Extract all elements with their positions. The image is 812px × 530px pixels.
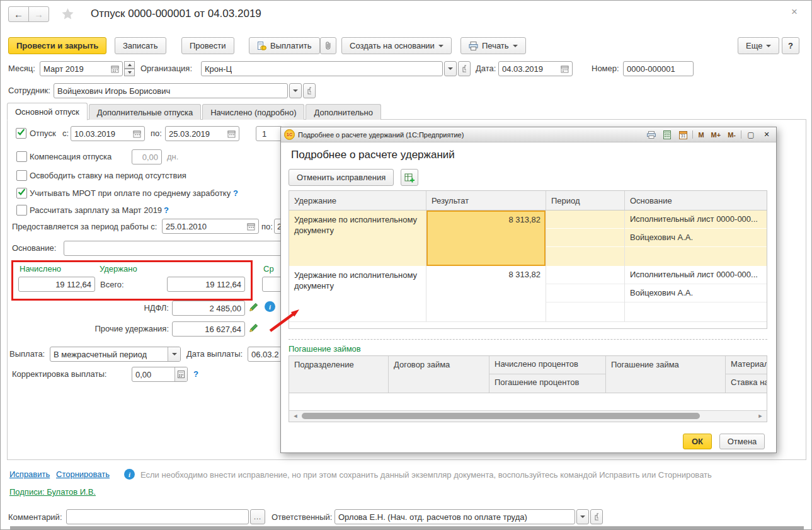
organization-field[interactable]: Крон-Ц bbox=[201, 61, 443, 76]
post-button[interactable]: Провести bbox=[181, 37, 234, 54]
calendar-icon[interactable] bbox=[245, 222, 255, 231]
calculator-icon[interactable] bbox=[174, 367, 187, 381]
reverse-link[interactable]: Сторнировать bbox=[56, 470, 110, 479]
print-preview-icon[interactable] bbox=[645, 129, 658, 140]
column-header-interest-accrued[interactable]: Начислено процентов bbox=[489, 356, 605, 374]
window-close-icon[interactable]: × bbox=[791, 6, 798, 18]
fix-link[interactable]: Исправить bbox=[9, 470, 50, 479]
attachments-button[interactable] bbox=[320, 37, 336, 54]
organization-dropdown-button[interactable] bbox=[444, 61, 457, 76]
cell-result[interactable]: 8 313,82 bbox=[426, 266, 546, 321]
column-header-deduction[interactable]: Удержание bbox=[289, 191, 426, 210]
vacation-from-field[interactable]: 10.03.2019 bbox=[71, 126, 145, 141]
column-header-loan-contract[interactable]: Договор займа bbox=[389, 356, 489, 393]
adjustment-help-icon[interactable]: ? bbox=[193, 369, 198, 379]
create-on-basis-button[interactable]: Создать на основании bbox=[341, 37, 452, 54]
column-header-material-benefit[interactable]: Материал bbox=[726, 356, 767, 374]
help-button[interactable]: ? bbox=[782, 37, 799, 54]
more-button[interactable]: Еще bbox=[738, 37, 779, 54]
tab-accrued-detail[interactable]: Начислено (подробно) bbox=[202, 104, 304, 120]
column-header-material[interactable]: Материал Ставка на bbox=[726, 356, 767, 393]
column-header-interest-repaid[interactable]: Погашение процентов bbox=[489, 374, 605, 393]
cancel-button[interactable]: Отмена bbox=[719, 434, 765, 449]
employee-dropdown-button[interactable] bbox=[289, 83, 302, 98]
dialog-close-icon[interactable]: ✕ bbox=[760, 129, 773, 140]
maximize-icon[interactable]: ▢ bbox=[745, 129, 757, 140]
column-header-result[interactable]: Результат bbox=[426, 191, 546, 210]
loans-table-body-empty[interactable] bbox=[289, 393, 767, 410]
calculator-icon[interactable] bbox=[661, 129, 673, 140]
comment-more-button[interactable]: ... bbox=[250, 509, 265, 524]
forward-button[interactable]: → bbox=[28, 6, 49, 22]
number-field[interactable]: 0000-000001 bbox=[623, 61, 694, 76]
scrollbar-thumb[interactable] bbox=[302, 413, 700, 419]
mrot-help-icon[interactable]: ? bbox=[233, 188, 238, 198]
cell-deduction[interactable]: Удержание по исполнительному документу bbox=[289, 266, 426, 321]
vacation-days-field[interactable]: 1 bbox=[256, 126, 282, 141]
favorite-star-icon[interactable] bbox=[61, 8, 74, 20]
undo-corrections-button[interactable]: Отменить исправления bbox=[289, 169, 394, 186]
column-header-loan-repayment[interactable]: Погашение займа bbox=[606, 356, 726, 393]
column-header-period[interactable]: Период bbox=[546, 191, 625, 210]
cell-basis[interactable]: Исполнительный лист 0000-000... Войцехов… bbox=[625, 266, 767, 321]
pay-button[interactable]: Выплатить bbox=[249, 37, 320, 54]
cell-period[interactable] bbox=[546, 266, 625, 321]
vacation-checkbox[interactable] bbox=[16, 128, 26, 139]
employee-field[interactable]: Войцехович Игорь Борисович bbox=[54, 83, 288, 98]
calendar-icon[interactable] bbox=[109, 65, 119, 73]
add-row-button[interactable] bbox=[401, 169, 418, 186]
memory-minus-button[interactable]: M- bbox=[726, 129, 738, 140]
column-header-basis[interactable]: Основание bbox=[625, 191, 767, 210]
step-down-icon[interactable] bbox=[124, 69, 135, 76]
responsible-field[interactable]: Орлова Е.Н. (Нач. отд. расчетов по оплат… bbox=[335, 509, 575, 524]
month-stepper[interactable] bbox=[124, 61, 135, 76]
print-button[interactable]: Печать bbox=[460, 37, 526, 54]
tab-main-vacation[interactable]: Основной отпуск bbox=[7, 103, 88, 120]
scroll-left-icon[interactable]: ◄ bbox=[290, 411, 300, 421]
horizontal-scrollbar[interactable]: ◄ ► bbox=[289, 410, 767, 422]
column-header-interest[interactable]: Начислено процентов Погашение процентов bbox=[489, 356, 606, 393]
vacation-to-field[interactable]: 25.03.2019 bbox=[165, 126, 239, 141]
calendar-31-icon[interactable]: 31 bbox=[677, 129, 689, 140]
cell-basis[interactable]: Исполнительный лист 0000-000... Войцехов… bbox=[625, 210, 767, 266]
recalc-help-icon[interactable]: ? bbox=[164, 205, 169, 215]
tab-additional-vacations[interactable]: Дополнительные отпуска bbox=[89, 104, 202, 120]
responsible-open-button[interactable] bbox=[590, 509, 603, 524]
step-up-icon[interactable] bbox=[124, 61, 135, 69]
payment-combo-field[interactable]: В межрасчетный период bbox=[50, 347, 181, 362]
write-button[interactable]: Записать bbox=[115, 37, 166, 54]
calendar-icon[interactable] bbox=[226, 130, 236, 138]
compensation-days-field[interactable]: 0,00 bbox=[132, 149, 162, 164]
back-button[interactable]: ← bbox=[8, 6, 29, 22]
other-deductions-edit-pencil-icon[interactable] bbox=[249, 323, 259, 333]
compensation-checkbox[interactable] bbox=[16, 151, 27, 162]
comment-field[interactable] bbox=[66, 509, 249, 524]
calendar-icon[interactable] bbox=[559, 65, 569, 73]
scroll-right-icon[interactable]: ► bbox=[755, 411, 765, 421]
employee-open-button[interactable] bbox=[303, 83, 316, 98]
tab-additional[interactable]: Дополнительно bbox=[306, 104, 381, 120]
work-period-from-field[interactable]: 25.01.2010 bbox=[162, 219, 259, 234]
ndfl-edit-pencil-icon[interactable] bbox=[249, 302, 259, 312]
column-header-tax-rate[interactable]: Ставка на bbox=[726, 374, 767, 393]
payment-dropdown-button[interactable] bbox=[168, 347, 180, 361]
table-row[interactable]: Удержание по исполнительному документу 8… bbox=[289, 266, 767, 321]
organization-open-button[interactable] bbox=[458, 61, 471, 76]
ok-button[interactable]: ОК bbox=[683, 434, 712, 449]
cell-period[interactable] bbox=[546, 210, 625, 266]
dialog-titlebar[interactable]: 1С Подробнее о расчете удержаний (1С:Пре… bbox=[281, 127, 776, 142]
selected-cell[interactable]: 8 313,82 bbox=[426, 210, 546, 266]
cell-result[interactable]: 8 313,82 bbox=[426, 210, 546, 266]
date-field[interactable]: 04.03.2019 bbox=[498, 61, 573, 76]
column-header-department[interactable]: Подразделение bbox=[289, 356, 389, 393]
section-separator[interactable] bbox=[289, 339, 767, 340]
mrot-checkbox[interactable] bbox=[16, 188, 27, 199]
memory-plus-button[interactable]: M+ bbox=[709, 129, 723, 140]
ndfl-field[interactable]: 2 485,00 bbox=[172, 301, 245, 316]
other-deductions-field[interactable]: 16 627,64 bbox=[172, 321, 245, 337]
responsible-dropdown-button[interactable] bbox=[576, 509, 589, 524]
memory-button[interactable]: M bbox=[696, 129, 706, 140]
signatures-link[interactable]: Подписи: Булатов И.В. bbox=[9, 487, 96, 497]
calendar-icon[interactable] bbox=[131, 130, 141, 138]
payment-adjustment-field[interactable]: 0,00 bbox=[132, 367, 188, 382]
